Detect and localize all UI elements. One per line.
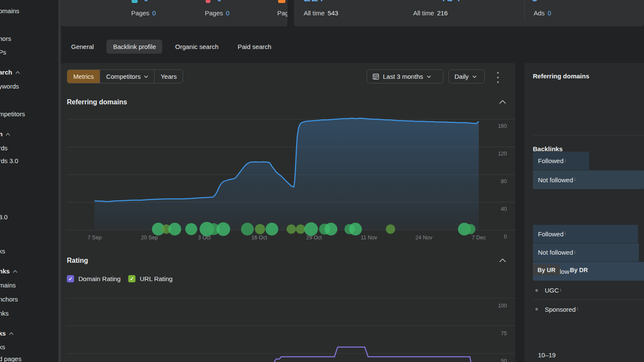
range-10-19[interactable]: 10–19 bbox=[538, 345, 556, 362]
legend-label: URL Rating bbox=[140, 275, 172, 282]
segment-metrics[interactable]: Metrics bbox=[67, 70, 100, 83]
sidebar-item-label: arch bbox=[0, 69, 12, 76]
stat-value: 543 bbox=[328, 9, 338, 17]
stat-label: All time bbox=[413, 9, 434, 17]
filter-label: UGC bbox=[545, 287, 559, 294]
tab-general[interactable]: General bbox=[65, 40, 100, 54]
sidebar-item-label: nks bbox=[0, 267, 10, 275]
toggle-by-dr[interactable]: By DR bbox=[565, 264, 592, 276]
stat-value: 0 bbox=[152, 9, 156, 17]
date-range-label: Last 3 months bbox=[383, 73, 423, 80]
tab-organic-search[interactable]: Organic search bbox=[169, 40, 225, 54]
checkbox-checked-icon[interactable]: ✓ bbox=[128, 275, 135, 282]
sidebar-item[interactable]: mains bbox=[0, 282, 16, 289]
stat-label: Pages bbox=[131, 9, 150, 17]
backlink-profile-page: omainshorsPsarchywordsmpetitorsnrdsrds 3… bbox=[0, 0, 644, 362]
sidebar-item[interactable]: d pages bbox=[0, 355, 21, 362]
sidebar-item-label: Ps bbox=[0, 49, 6, 56]
collapse-referring-chart-icon[interactable] bbox=[499, 100, 506, 107]
sidebar-item[interactable]: omains bbox=[0, 7, 19, 14]
more-options-button[interactable] bbox=[494, 71, 501, 84]
chevron-up-icon bbox=[15, 71, 20, 74]
stat-label: Ads bbox=[534, 9, 545, 17]
divider bbox=[533, 135, 644, 135]
sidebar-item-label: ywords bbox=[0, 83, 19, 90]
segment-years[interactable]: Years bbox=[155, 70, 183, 83]
sidebar-item[interactable]: rds bbox=[0, 144, 8, 152]
filter-backlinks-followed[interactable]: Followedi bbox=[538, 225, 566, 243]
rating-legend: ✓Domain Rating✓URL Rating bbox=[67, 275, 172, 282]
sidebar-item[interactable]: mpetitors bbox=[0, 110, 25, 118]
collapse-rating-chart-icon[interactable] bbox=[499, 259, 506, 265]
sidebar-item-label: rds bbox=[0, 144, 8, 152]
partial-big-number: 227 bbox=[304, 0, 326, 4]
tab-paid-search[interactable]: Paid search bbox=[231, 40, 278, 54]
sidebar-item[interactable]: ks bbox=[0, 247, 5, 255]
segment-label: Metrics bbox=[73, 73, 94, 80]
sidebar-item[interactable]: hors bbox=[0, 35, 11, 42]
bullet-icon bbox=[535, 308, 538, 310]
pages-stat: Pages0 bbox=[131, 9, 156, 17]
sidebar-item[interactable]: nks bbox=[0, 267, 17, 275]
calendar-icon bbox=[373, 73, 379, 80]
chevron-down-icon bbox=[472, 75, 477, 78]
stat-label: All time bbox=[304, 9, 325, 17]
filter-label: Followed bbox=[538, 230, 564, 238]
sidebar-item[interactable]: nks bbox=[0, 310, 9, 317]
segment-competitors[interactable]: Competitors bbox=[100, 70, 155, 83]
sidebar-item[interactable]: ks bbox=[0, 330, 14, 337]
chevron-down-icon bbox=[144, 75, 148, 78]
left-sidebar: omainshorsPsarchywordsmpetitorsnrdsrds 3… bbox=[0, 0, 58, 362]
legend-domain-rating[interactable]: ✓Domain Rating bbox=[67, 275, 121, 282]
divider bbox=[524, 0, 525, 21]
sidebar-item[interactable]: Ps bbox=[0, 49, 6, 56]
sidebar-item-label: ks bbox=[0, 343, 5, 351]
filter-refdomains-not-followed[interactable]: Not followedi bbox=[538, 170, 575, 189]
granularity-label: Daily bbox=[454, 73, 469, 80]
filter-refdomains-followed[interactable]: Followedi bbox=[538, 152, 566, 170]
filter-backlinks-sponsored[interactable]: Sponsoredi bbox=[535, 300, 578, 319]
filter-backlinks-not-followed[interactable]: Not followedi bbox=[538, 243, 575, 261]
metrics-panel bbox=[61, 63, 515, 362]
pink-site-icon bbox=[206, 0, 210, 3]
stat-value: 0 bbox=[226, 9, 230, 17]
date-range-button[interactable]: Last 3 months bbox=[367, 69, 443, 83]
stat-value: 216 bbox=[437, 9, 448, 17]
sidebar-item-label: hors bbox=[0, 35, 11, 42]
sidebar-item-label: ks bbox=[0, 247, 5, 255]
sidebar-item[interactable]: 3.0 bbox=[0, 213, 8, 221]
partial-count: 3 bbox=[144, 0, 148, 3]
partial-big-number: 0 bbox=[531, 0, 539, 4]
sidebar-item[interactable]: arch bbox=[0, 69, 20, 76]
toggle-by-ur[interactable]: By UR bbox=[533, 264, 560, 276]
profile-tabs: GeneralBacklink profileOrganic searchPai… bbox=[65, 39, 278, 55]
filters-backlinks-title: Backlinks bbox=[533, 145, 563, 152]
filter-backlinks-ugc[interactable]: UGCi bbox=[535, 281, 561, 299]
chevron-up-icon bbox=[9, 332, 14, 335]
partial-count: 3 bbox=[218, 0, 221, 3]
sidebar-item-label: nks bbox=[0, 310, 9, 317]
filter-label: Not followed bbox=[538, 249, 573, 256]
stat-label: Pages bbox=[205, 9, 223, 17]
checkbox-checked-icon[interactable]: ✓ bbox=[67, 275, 74, 282]
chevron-down-icon bbox=[427, 75, 431, 78]
sidebar-item-label: n bbox=[0, 130, 3, 138]
teal-site-icon bbox=[132, 0, 138, 3]
pages-summary-card: 3Pages03Pages015Pages5 bbox=[61, 0, 288, 26]
sidebar-item-label: mpetitors bbox=[0, 110, 25, 118]
sidebar-item[interactable]: ywords bbox=[0, 83, 19, 90]
sidebar-item[interactable]: rds 3.0 bbox=[0, 157, 18, 164]
orange-site-icon bbox=[278, 0, 285, 3]
filters-referring-domains-title: Referring domains bbox=[533, 72, 589, 80]
sidebar-item[interactable]: nchors bbox=[0, 296, 18, 303]
sidebar-item[interactable]: ks bbox=[0, 343, 5, 351]
sidebar-item-label: omains bbox=[0, 7, 19, 14]
sidebar-item[interactable]: n bbox=[0, 130, 10, 138]
legend-url-rating[interactable]: ✓URL Rating bbox=[128, 275, 172, 282]
granularity-button[interactable]: Daily bbox=[448, 69, 485, 83]
sidebar-item-label: rds 3.0 bbox=[0, 157, 18, 164]
sidebar-item-label: mains bbox=[0, 282, 16, 289]
stat-label: Pages bbox=[277, 9, 288, 17]
tab-backlink-profile[interactable]: Backlink profile bbox=[106, 40, 162, 54]
range-label: 10–19 bbox=[538, 351, 556, 359]
